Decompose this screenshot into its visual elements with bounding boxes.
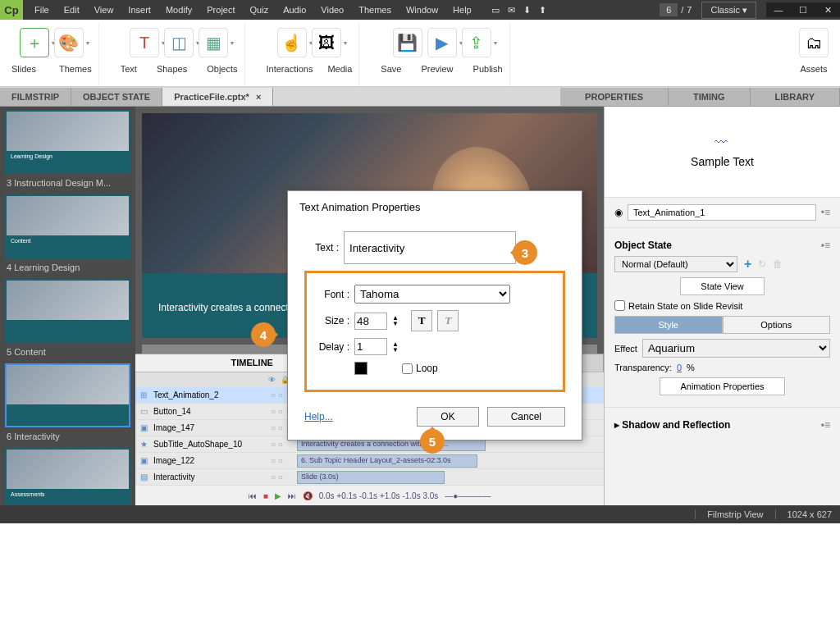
up-icon[interactable]: ⬆ <box>539 5 546 16</box>
mail-icon[interactable]: ✉ <box>508 5 515 16</box>
cancel-button[interactable]: Cancel <box>487 407 565 427</box>
options-icon[interactable]: •≡ <box>821 240 830 251</box>
callout-3: 3 <box>513 240 537 265</box>
media-button[interactable]: 🖼▾ <box>312 28 341 57</box>
italic-button[interactable]: T <box>437 310 459 331</box>
close-icon[interactable]: × <box>256 92 261 102</box>
text-input[interactable] <box>344 231 516 264</box>
filmstrip-thumbnail[interactable] <box>5 279 130 343</box>
filmstrip-panel[interactable]: Learning Design3 Instructional Design M.… <box>0 107 135 505</box>
monitor-icon[interactable]: ▭ <box>491 5 500 16</box>
filmstrip-thumbnail[interactable]: Content <box>5 194 130 258</box>
timeline-row[interactable]: ▣Image_122○ ○6. Sub Topic Header Layout_… <box>135 453 604 469</box>
style-tab[interactable]: Style <box>614 316 723 334</box>
font-label: Font : <box>315 289 349 300</box>
filmstrip-thumbnail[interactable] <box>5 363 130 427</box>
mute-icon[interactable]: 🔇 <box>303 491 313 500</box>
eye-icon[interactable]: ◉ <box>614 207 623 218</box>
tab-timing[interactable]: TIMING <box>669 88 751 106</box>
loop-checkbox[interactable]: Loop <box>402 363 436 374</box>
state-select[interactable]: Normal (Default) <box>614 256 737 272</box>
rewind-icon[interactable]: ⏮ <box>249 491 257 500</box>
tab-filmstrip[interactable]: FILMSTRIP <box>0 88 71 106</box>
stop-icon[interactable]: ■ <box>263 491 268 500</box>
save-button[interactable]: 💾 <box>393 28 422 57</box>
forward-icon[interactable]: ⏭ <box>288 491 296 500</box>
text-label: Text : <box>304 242 339 253</box>
menu-window[interactable]: Window <box>399 2 445 18</box>
play-icon[interactable]: ▶ <box>275 491 281 500</box>
view-mode: Filmstrip View <box>695 509 763 519</box>
timeline-row[interactable]: ▤Interactivity○ ○Slide (3.0s) <box>135 469 604 486</box>
animation-properties-button[interactable]: Animation Properties <box>660 377 784 395</box>
preview-area: 〰 Sample Text <box>605 107 840 197</box>
down-icon[interactable]: ⬇ <box>523 5 531 16</box>
filmstrip-label: 3 Instructional Design M... <box>5 174 130 189</box>
size-input[interactable] <box>354 313 387 330</box>
animation-preview-icon: 〰 <box>714 135 731 152</box>
reset-icon[interactable]: ↻ <box>758 258 766 270</box>
slides-button[interactable]: ＋▾ <box>20 28 49 57</box>
options-icon[interactable]: •≡ <box>821 207 830 218</box>
text-animation-dialog: Text Animation Properties Text : Font :T… <box>287 190 582 441</box>
menu-edit[interactable]: Edit <box>57 2 86 18</box>
menu-video[interactable]: Video <box>314 2 350 18</box>
object-name-input[interactable] <box>628 204 816 221</box>
eye-icon[interactable]: 👁 <box>268 376 276 384</box>
window-close[interactable]: ✕ <box>815 2 840 17</box>
tab-library[interactable]: LIBRARY <box>751 88 840 106</box>
color-swatch[interactable] <box>354 362 368 375</box>
tab-properties[interactable]: PROPERTIES <box>560 88 669 106</box>
bold-button[interactable]: T <box>411 310 432 331</box>
shapes-button[interactable]: ◫▾ <box>164 28 194 57</box>
document-tabs: FILMSTRIP OBJECT STATE PracticeFile.cptx… <box>0 87 840 107</box>
publish-button[interactable]: ⇪▾ <box>462 28 491 57</box>
text-button[interactable]: T▾ <box>130 28 159 57</box>
menu-file[interactable]: File <box>28 2 56 18</box>
options-tab[interactable]: Options <box>723 316 831 334</box>
interactions-button[interactable]: ☝▾ <box>277 28 307 57</box>
shadow-heading[interactable]: Shadow and Reflection <box>622 419 730 431</box>
page-current[interactable]: 6 <box>660 3 678 16</box>
workspace-selector[interactable]: Classic ▾ <box>701 2 756 19</box>
tab-object-state[interactable]: OBJECT STATE <box>71 88 162 106</box>
window-minimize[interactable]: — <box>766 2 791 17</box>
timeline-controls: ⏮ ■ ▶ ⏭ 🔇 0.0s +0.1s -0.1s +1.0s -1.0s 3… <box>135 486 604 505</box>
window-maximize[interactable]: ☐ <box>791 2 815 17</box>
dialog-title: Text Animation Properties <box>288 191 582 220</box>
filmstrip-thumbnail[interactable]: Learning Design <box>5 110 130 174</box>
menu-modify[interactable]: Modify <box>159 2 199 18</box>
options-icon[interactable]: •≡ <box>821 419 830 431</box>
transparency-value[interactable]: 0 <box>677 363 682 372</box>
assets-button[interactable]: 🗂 <box>799 28 829 57</box>
tab-file[interactable]: PracticeFile.cptx*× <box>162 88 273 106</box>
delete-icon[interactable]: 🗑 <box>773 258 783 270</box>
app-logo: Cp <box>0 0 23 20</box>
menu-audio[interactable]: Audio <box>276 2 313 18</box>
state-view-button[interactable]: State View <box>680 277 764 295</box>
page-sep: / <box>681 5 683 15</box>
ribbon: ＋▾ 🎨▾ SlidesThemes T▾ ◫▾ ▦▾ TextShapesOb… <box>0 20 840 87</box>
preview-button[interactable]: ▶▾ <box>427 28 457 57</box>
menu-help[interactable]: Help <box>446 2 478 18</box>
help-link[interactable]: Help... <box>304 411 333 422</box>
zoom-slider[interactable]: —●———— <box>445 491 491 500</box>
title-bar: Cp File Edit View Insert Modify Project … <box>0 0 840 20</box>
effect-select[interactable]: Aquarium <box>642 339 830 358</box>
filmstrip-label: 6 Interactivity <box>5 427 130 443</box>
add-state-button[interactable]: + <box>744 257 751 272</box>
themes-button[interactable]: 🎨▾ <box>54 28 84 57</box>
retain-state-checkbox[interactable]: Retain State on Slide Revisit <box>614 300 830 311</box>
callout-5: 5 <box>420 429 445 454</box>
object-state-heading: Object State <box>614 240 672 251</box>
objects-button[interactable]: ▦▾ <box>199 28 228 57</box>
menu-view[interactable]: View <box>88 2 121 18</box>
menu-insert[interactable]: Insert <box>121 2 158 18</box>
filmstrip-thumbnail[interactable]: Assessments <box>5 448 130 505</box>
font-select[interactable]: Tahoma <box>354 285 510 304</box>
delay-input[interactable] <box>354 338 387 355</box>
properties-panel: 〰 Sample Text ◉ •≡ Object State•≡ Normal… <box>604 107 840 505</box>
menu-quiz[interactable]: Quiz <box>244 2 276 18</box>
menu-themes[interactable]: Themes <box>352 2 398 18</box>
menu-project[interactable]: Project <box>200 2 241 18</box>
